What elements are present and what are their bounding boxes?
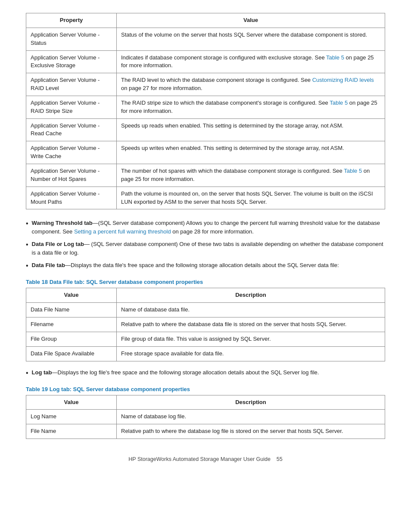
table18-cell-value: Filename — [26, 317, 117, 332]
table18-row: FilenameRelative path to where the datab… — [26, 317, 385, 332]
main-table: Property Value Application Server Volume… — [26, 13, 385, 209]
main-table-cell-property: Application Server Volume - Read Cache — [26, 118, 117, 141]
main-table-cell-value: Speeds up reads when enabled. This setti… — [117, 118, 385, 141]
main-table-cell-value: Status of the volume on the server that … — [117, 28, 385, 50]
main-table-row: Application Server Volume - RAID Stripe … — [26, 96, 385, 118]
main-table-cell-property: Application Server Volume - Mount Paths — [26, 187, 117, 209]
main-table-row: Application Server Volume - RAID LevelTh… — [26, 73, 385, 96]
bullet2-label: Data File or Log tab — [32, 241, 84, 247]
table19: Value Description Log NameName of databa… — [26, 395, 385, 439]
main-table-row: Application Server Volume - Read CacheSp… — [26, 118, 385, 141]
bullet4-label: Log tab — [32, 369, 52, 376]
footer-page: 55 — [277, 456, 283, 462]
bullet1-label: Warning Threshold tab — [32, 220, 93, 226]
table18-cell-description: Free storage space available for data fi… — [117, 346, 385, 361]
table18: Value Description Data File NameName of … — [26, 288, 385, 361]
main-table-cell-property: Application Server Volume - Write Cache — [26, 141, 117, 164]
main-table-cell-value: Path the volume is mounted on, on the se… — [117, 187, 385, 209]
bullet3-label: Data File tab — [32, 262, 65, 268]
table18-row: File GroupFile group of data file. This … — [26, 332, 385, 346]
bullet3-text: —Displays the data file's free space and… — [65, 262, 339, 268]
main-table-row: Application Server Volume - Number of Ho… — [26, 164, 385, 187]
main-table-cell-value: Speeds up writes when enabled. This sett… — [117, 141, 385, 164]
table19-header-value: Value — [26, 395, 117, 410]
table18-cell-description: File group of data file. This value is a… — [117, 332, 385, 346]
main-table-cell-property: Application Server Volume - Exclusive St… — [26, 50, 117, 73]
table18-title: Table 18 Data File tab: SQL Server datab… — [26, 279, 385, 285]
table18-cell-description: Name of database data file. — [117, 303, 385, 317]
bullet2-text: — (SQL Server database component) One of… — [32, 241, 383, 256]
bullet1-after: on page 28 for more information. — [171, 228, 254, 235]
footer: HP StorageWorks Automated Storage Manage… — [26, 456, 385, 462]
table19-cell-description: Name of database log file. — [117, 410, 385, 424]
bullet-data-file-tab: Data File tab—Displays the data file's f… — [26, 261, 385, 271]
table18-cell-description: Relative path to where the database data… — [117, 317, 385, 332]
main-table-cell-value: The RAID level to which the database com… — [117, 73, 385, 96]
main-table-link[interactable]: Customizing RAID levels — [312, 77, 374, 83]
footer-text: HP StorageWorks Automated Storage Manage… — [128, 456, 271, 462]
main-table-cell-property: Application Server Volume - Number of Ho… — [26, 164, 117, 187]
bullet-log-tab: Log tab—Displays the log file's free spa… — [26, 368, 385, 378]
main-table-cell-property: Application Server Volume - RAID Stripe … — [26, 96, 117, 118]
table18-row: Data File NameName of database data file… — [26, 303, 385, 317]
table18-cell-value: File Group — [26, 332, 117, 346]
table18-header-description: Description — [117, 288, 385, 303]
table18-cell-value: Data File Space Available — [26, 346, 117, 361]
main-table-link[interactable]: Table 5 — [330, 100, 348, 106]
main-table-link[interactable]: Table 5 — [326, 54, 344, 61]
table19-cell-value: File Name — [26, 424, 117, 439]
main-table-row: Application Server Volume - StatusStatus… — [26, 28, 385, 50]
main-table-row: Application Server Volume - Mount PathsP… — [26, 187, 385, 209]
table19-header-description: Description — [117, 395, 385, 410]
bullet1-link[interactable]: Setting a percent full warning threshold — [74, 228, 171, 235]
bullet-list: Warning Threshold tab—(SQL Server databa… — [26, 219, 385, 271]
main-table-header-value: Value — [117, 13, 385, 28]
main-table-row: Application Server Volume - Write CacheS… — [26, 141, 385, 164]
table19-cell-value: Log Name — [26, 410, 117, 424]
table19-title: Table 19 Log tab: SQL Server database co… — [26, 386, 385, 392]
table19-cell-description: Relative path to where the database log … — [117, 424, 385, 439]
table18-row: Data File Space AvailableFree storage sp… — [26, 346, 385, 361]
main-table-cell-value: The number of hot spares with which the … — [117, 164, 385, 187]
main-table-link[interactable]: Table 5 — [344, 168, 362, 174]
main-table-cell-value: Indicates if database component storage … — [117, 50, 385, 73]
table18-header-value: Value — [26, 288, 117, 303]
main-table-row: Application Server Volume - Exclusive St… — [26, 50, 385, 73]
main-table-cell-property: Application Server Volume - Status — [26, 28, 117, 50]
main-table-header-property: Property — [26, 13, 117, 28]
bullet4-text: —Displays the log file's free space and … — [52, 369, 319, 376]
table19-row: Log NameName of database log file. — [26, 410, 385, 424]
main-table-cell-property: Application Server Volume - RAID Level — [26, 73, 117, 96]
log-tab-bullet-list: Log tab—Displays the log file's free spa… — [26, 368, 385, 378]
table19-row: File NameRelative path to where the data… — [26, 424, 385, 439]
bullet-warning-threshold: Warning Threshold tab—(SQL Server databa… — [26, 219, 385, 236]
main-table-cell-value: The RAID stripe size to which the databa… — [117, 96, 385, 118]
table18-cell-value: Data File Name — [26, 303, 117, 317]
bullet-data-file-or-log: Data File or Log tab— (SQL Server databa… — [26, 240, 385, 257]
